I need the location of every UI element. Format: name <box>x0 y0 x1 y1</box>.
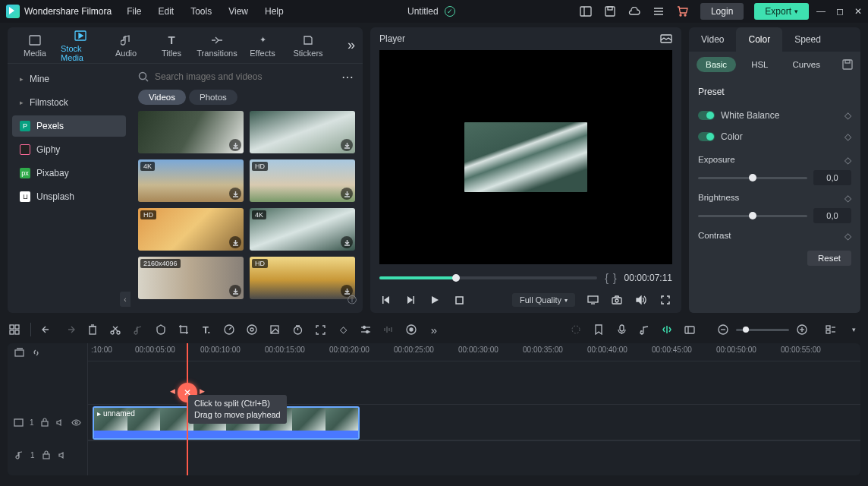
download-icon[interactable] <box>341 139 353 151</box>
color-toggle[interactable] <box>698 132 715 141</box>
crop-icon[interactable] <box>177 323 190 336</box>
fullscreen-icon[interactable] <box>659 293 672 307</box>
visibility-icon[interactable] <box>71 417 81 428</box>
exposure-slider[interactable] <box>698 177 807 179</box>
duration-icon[interactable] <box>291 323 304 336</box>
source-filmstock[interactable]: ▸Filmstock <box>12 92 126 113</box>
track-stack-icon[interactable] <box>14 347 24 358</box>
reset-button[interactable]: Reset <box>807 251 851 266</box>
scrubber-handle[interactable] <box>452 274 460 282</box>
zoom-out-icon[interactable] <box>716 323 730 336</box>
expand-icon[interactable] <box>313 323 327 336</box>
stock-thumb[interactable]: HD <box>250 257 355 299</box>
source-giphy[interactable]: Giphy <box>12 139 126 160</box>
keyframe-icon[interactable]: ◇ <box>844 110 851 121</box>
zoom-slider[interactable] <box>736 329 789 331</box>
timeline-ruler[interactable]: :10:00 00:00:05:00 00:00:10:00 00:00:15:… <box>88 343 860 361</box>
save-preset-icon[interactable] <box>842 59 853 70</box>
slider-handle[interactable] <box>749 212 756 219</box>
tab-audio[interactable]: Audio <box>106 33 146 58</box>
list-icon[interactable] <box>652 5 665 18</box>
stock-thumb[interactable] <box>138 111 244 153</box>
window-close-icon[interactable]: ✕ <box>854 6 862 17</box>
keyframe-icon[interactable]: ◇ <box>844 131 851 142</box>
stop-icon[interactable] <box>452 293 466 307</box>
subtab-hsl[interactable]: HSL <box>742 57 777 72</box>
mark-out-icon[interactable]: } <box>613 272 617 284</box>
adjust-icon[interactable] <box>359 323 373 336</box>
download-icon[interactable] <box>229 139 241 151</box>
mute-icon[interactable] <box>55 417 65 428</box>
menu-edit[interactable]: Edit <box>159 6 175 17</box>
source-mine[interactable]: ▸Mine <box>12 68 126 90</box>
window-maximize-icon[interactable]: ◻ <box>836 6 844 17</box>
keyframe-icon[interactable]: ◇ <box>844 193 851 204</box>
cloud-icon[interactable] <box>627 5 641 18</box>
next-frame-icon[interactable] <box>404 293 417 307</box>
stock-thumb[interactable]: HD <box>250 159 355 202</box>
audio-beat-icon[interactable] <box>131 323 145 336</box>
snapshot-icon[interactable] <box>610 293 624 307</box>
menu-file[interactable]: File <box>127 6 141 17</box>
download-icon[interactable] <box>229 188 241 200</box>
split-icon[interactable] <box>108 323 122 336</box>
lock-icon[interactable] <box>40 417 50 428</box>
track-view-icon[interactable] <box>824 323 838 336</box>
download-icon[interactable] <box>229 236 241 248</box>
slider-handle[interactable] <box>749 174 756 181</box>
zoom-in-icon[interactable] <box>795 323 809 336</box>
lock-icon[interactable] <box>41 450 52 460</box>
menu-help[interactable]: Help <box>265 6 284 17</box>
inspector-tab-video[interactable]: Video <box>689 27 736 52</box>
more-tools-icon[interactable]: » <box>427 323 441 336</box>
download-icon[interactable] <box>341 236 353 248</box>
greenscreen-icon[interactable] <box>268 323 281 336</box>
save-icon[interactable] <box>603 5 617 18</box>
volume-icon[interactable] <box>634 293 648 307</box>
snapshot-frame-icon[interactable] <box>660 34 672 43</box>
inspector-tab-color[interactable]: Color <box>736 27 782 52</box>
color-wheel-icon[interactable] <box>245 323 259 336</box>
menu-view[interactable]: View <box>228 6 248 17</box>
export-button[interactable]: Export▾ <box>754 3 809 20</box>
display-output-icon[interactable] <box>586 293 599 307</box>
player-viewport[interactable] <box>379 50 672 264</box>
marker-icon[interactable] <box>592 323 605 336</box>
stock-thumb[interactable]: HD <box>138 208 244 251</box>
mark-in-icon[interactable]: { <box>605 272 609 284</box>
audio-track-icon[interactable] <box>637 323 651 336</box>
mask-icon[interactable] <box>154 323 168 336</box>
zoom-handle[interactable] <box>743 327 749 333</box>
redo-icon[interactable] <box>63 323 77 336</box>
render-icon[interactable] <box>683 323 697 336</box>
brightness-slider[interactable] <box>698 215 807 217</box>
download-icon[interactable] <box>341 188 353 200</box>
white-balance-toggle[interactable] <box>698 111 715 120</box>
tab-titles[interactable]: TTitles <box>152 33 191 58</box>
subtab-basic[interactable]: Basic <box>697 57 736 72</box>
text-icon[interactable]: T. <box>200 323 213 336</box>
library-more-tabs-icon[interactable]: » <box>348 37 355 53</box>
subtab-curves[interactable]: Curves <box>784 57 829 72</box>
exposure-value[interactable]: 0,0 <box>813 170 851 185</box>
download-icon[interactable] <box>229 285 241 297</box>
layout-icon[interactable] <box>579 5 593 18</box>
thumbnails-grid-icon[interactable] <box>8 323 21 336</box>
stock-thumb[interactable] <box>250 111 355 153</box>
brightness-value[interactable]: 0,0 <box>813 208 851 223</box>
keyframe-tool-icon[interactable]: ◇ <box>336 323 350 336</box>
mute-icon[interactable] <box>58 450 68 460</box>
filter-videos[interactable]: Videos <box>138 90 186 105</box>
source-unsplash[interactable]: ⊔Unsplash <box>12 186 126 207</box>
record-icon[interactable] <box>404 323 418 336</box>
tab-media[interactable]: Media <box>15 33 55 58</box>
track-view-chevron-icon[interactable]: ▾ <box>847 323 860 336</box>
search-input[interactable] <box>155 71 335 82</box>
stock-thumb[interactable]: 4K <box>138 159 244 202</box>
info-icon[interactable]: ⓘ <box>348 294 357 307</box>
auto-ripple-icon[interactable] <box>660 323 674 336</box>
source-pexels[interactable]: PPexels <box>12 115 126 137</box>
tab-stock-media[interactable]: Stock Media <box>61 29 100 62</box>
play-icon[interactable] <box>428 293 442 307</box>
source-pixabay[interactable]: pxPixabay <box>12 163 126 184</box>
